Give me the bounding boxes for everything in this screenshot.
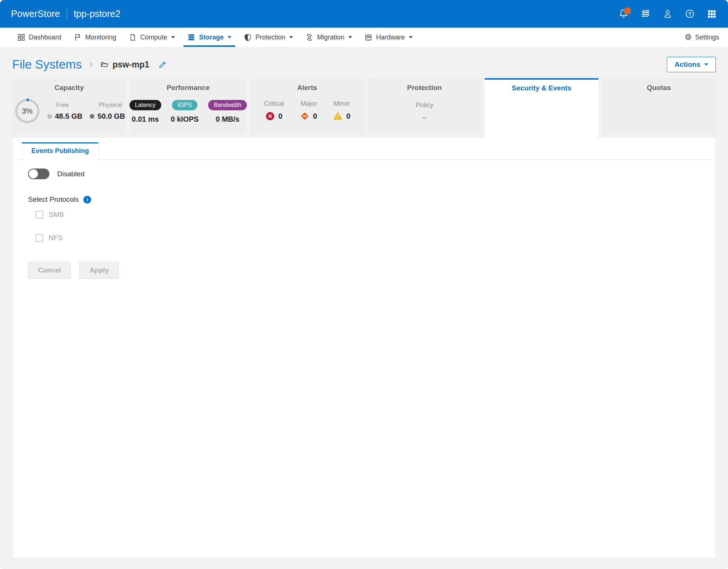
- protocol-option-nfs: NFS: [35, 234, 715, 242]
- main-navbar: Dashboard Monitoring Compute: [0, 28, 728, 47]
- latency-pill: Latency: [130, 100, 161, 110]
- smb-checkbox[interactable]: [35, 211, 43, 219]
- apply-button[interactable]: Apply: [79, 262, 119, 279]
- protection-policy-value: --: [422, 114, 427, 122]
- minor-alert-icon: [333, 112, 342, 121]
- chevron-down-icon: [348, 36, 352, 38]
- security-events-panel: Events Publishing Disabled Select Protoc…: [12, 137, 716, 558]
- smb-label: SMB: [49, 211, 64, 219]
- capacity-body: 3% Free 48.5 GB Physical 50.: [13, 97, 125, 125]
- toggle-knob: [29, 169, 38, 178]
- nav-label: Monitoring: [85, 34, 116, 41]
- protection-body: Policy --: [415, 101, 433, 122]
- form-buttons: Cancel Apply: [28, 262, 715, 279]
- nav-item-storage[interactable]: Storage: [181, 28, 238, 47]
- major-label: Major: [300, 100, 317, 108]
- monitoring-flag-icon: [74, 34, 82, 41]
- nav-label: Dashboard: [29, 34, 61, 41]
- select-protocols-label: Select Protocols: [28, 195, 79, 204]
- nav-label: Protection: [255, 34, 285, 41]
- breadcrumb-row: File Systems psw-mp1 Actions: [12, 55, 716, 74]
- rename-pencil-icon[interactable]: [158, 60, 167, 69]
- notification-badge: [624, 7, 631, 14]
- select-protocols-header: Select Protocols i: [28, 195, 715, 204]
- nav-label: Migration: [317, 34, 344, 41]
- header-icon-group: ?: [618, 9, 717, 19]
- hardware-rack-icon: [365, 34, 372, 41]
- physical-legend-dot: [90, 114, 94, 119]
- nav-label: Storage: [199, 34, 224, 41]
- events-publishing-toggle-row: Disabled: [28, 169, 715, 179]
- card-alerts-title: Alerts: [297, 84, 317, 92]
- nav-label: Compute: [140, 34, 167, 41]
- nav-item-compute[interactable]: Compute: [123, 28, 181, 47]
- chevron-down-icon: [704, 63, 708, 66]
- nav-item-hardware[interactable]: Hardware: [358, 28, 419, 47]
- actions-button[interactable]: Actions: [667, 57, 716, 72]
- capacity-legend: Free 48.5 GB Physical 50.0 GB: [47, 101, 125, 121]
- iops-pill: IOPS: [172, 100, 197, 110]
- capacity-free-label: Free: [56, 101, 82, 109]
- capacity-percent: 3%: [13, 97, 41, 125]
- nav-item-dashboard[interactable]: Dashboard: [11, 28, 68, 47]
- card-alerts[interactable]: Alerts Critical 0 Majo: [250, 78, 364, 134]
- gear-icon: ⚙: [684, 33, 692, 41]
- summary-cards-row: Capacity 3% Free 48.5 GB: [12, 78, 716, 134]
- protocol-option-smb: SMB: [35, 211, 715, 219]
- help-icon[interactable]: ?: [684, 9, 695, 19]
- system-name: tpp-pstore2: [74, 8, 120, 19]
- card-performance-title: Performance: [167, 84, 210, 92]
- performance-body: Latency 0.01 ms IOPS 0 kIOPS Bandwidth 0…: [130, 100, 247, 124]
- minor-label: Minor: [334, 100, 350, 108]
- breadcrumb: File Systems psw-mp1: [12, 58, 167, 72]
- nav-items: Dashboard Monitoring Compute: [11, 28, 419, 47]
- brand-divider: [67, 8, 67, 20]
- alerts-body: Critical 0 Major: [264, 100, 350, 121]
- nav-item-settings[interactable]: ⚙ Settings: [684, 33, 719, 41]
- breadcrumb-entity: psw-mp1: [100, 60, 149, 70]
- nav-item-migration[interactable]: Migration: [299, 28, 358, 47]
- card-performance[interactable]: Performance Latency 0.01 ms IOPS 0 kIOPS…: [130, 78, 247, 134]
- nav-label: Hardware: [376, 34, 405, 41]
- info-icon[interactable]: i: [83, 196, 91, 204]
- file-system-name: psw-mp1: [113, 60, 149, 70]
- nav-item-protection[interactable]: Protection: [238, 28, 299, 47]
- tab-events-publishing[interactable]: Events Publishing: [22, 142, 99, 160]
- breadcrumb-file-systems-link[interactable]: File Systems: [12, 58, 82, 72]
- migration-icon: [306, 34, 313, 41]
- capacity-free-value: 48.5 GB: [55, 112, 82, 121]
- latency-value: 0.01 ms: [132, 115, 159, 124]
- notifications-bell-icon[interactable]: [618, 9, 628, 19]
- chevron-down-icon: [409, 36, 413, 38]
- bandwidth-value: 0 MB/s: [216, 115, 239, 124]
- app-header: PowerStore tpp-pstore2: [0, 0, 728, 28]
- user-profile-icon[interactable]: [662, 9, 673, 19]
- events-publishing-toggle[interactable]: [28, 169, 49, 179]
- card-security-events-title: Security & Events: [512, 84, 572, 92]
- nav-item-monitoring[interactable]: Monitoring: [68, 28, 123, 47]
- card-protection[interactable]: Protection Policy --: [368, 78, 482, 134]
- nfs-label: NFS: [49, 234, 63, 242]
- actions-button-label: Actions: [674, 60, 700, 69]
- card-capacity[interactable]: Capacity 3% Free 48.5 GB: [12, 78, 126, 134]
- capacity-physical-label: Physical: [99, 101, 125, 109]
- svg-text:?: ?: [688, 11, 691, 17]
- jobs-layers-icon[interactable]: [640, 9, 651, 19]
- card-capacity-title: Capacity: [55, 84, 84, 92]
- protection-shield-icon: [244, 34, 252, 41]
- bandwidth-pill: Bandwidth: [208, 100, 247, 110]
- cancel-button[interactable]: Cancel: [28, 262, 71, 279]
- breadcrumb-chevron-icon: [87, 60, 95, 69]
- capacity-physical-value: 50.0 GB: [97, 112, 125, 121]
- iops-value: 0 kIOPS: [171, 115, 199, 124]
- app-grid-icon[interactable]: [707, 9, 717, 19]
- card-protection-title: Protection: [407, 84, 442, 92]
- card-security-events[interactable]: Security & Events: [485, 78, 599, 134]
- card-quotas[interactable]: Quotas: [602, 78, 716, 134]
- toggle-state-label: Disabled: [57, 170, 84, 178]
- major-count: 0: [313, 112, 317, 121]
- events-publishing-content: Disabled Select Protocols i SMB NFS Canc…: [13, 160, 715, 279]
- nfs-checkbox[interactable]: [35, 234, 43, 242]
- storage-icon: [187, 34, 195, 41]
- free-legend-dot: [47, 114, 52, 119]
